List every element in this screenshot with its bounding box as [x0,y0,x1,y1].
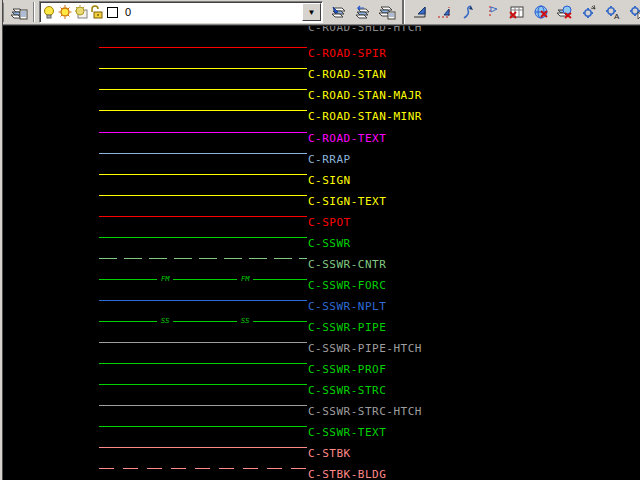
layer-name-label[interactable]: C-SSWR-NPLT [308,301,386,312]
sun-icon[interactable] [58,4,72,20]
linetype-text-marker: SS [157,317,173,326]
layer-line-sample[interactable] [99,132,307,133]
dotted-corner-tool-button[interactable] [432,1,456,23]
layer-name-label[interactable]: C-ROAD-SPIR [308,48,386,59]
layer-line-sample[interactable]: FMFM [99,279,307,280]
layer-line-sample[interactable] [99,468,307,469]
layer-name-label[interactable]: C-RRAP [308,154,351,165]
layer-legend-row[interactable]: C-SSWR-STRC [0,384,640,405]
delete-table-tool-button[interactable] [504,1,528,23]
layer-line-sample[interactable] [99,300,307,301]
layer-legend-row[interactable]: C-ROAD-STAN-MINR [0,110,640,131]
layer-name-label[interactable]: C-SSWR-FORC [308,280,386,291]
drawing-canvas[interactable]: C-ROAD-SHLD-HTCH C-ROAD-SPIR C-ROAD-STAN… [0,0,640,480]
layer-legend-row[interactable]: C-SSWR-NPLT [0,300,640,321]
layer-legend-row[interactable]: C-SSWR-STRC-HTCH [0,405,640,426]
unlock-icon[interactable] [90,4,104,20]
layer-name-label[interactable]: C-SSWR-TEXT [308,427,386,438]
layer-line-sample[interactable] [99,237,307,238]
gear-new-tool-button[interactable] [576,1,600,23]
delete-layer-globe-tool-button[interactable] [552,1,576,23]
layer-legend-row[interactable]: C-SPOT [0,216,640,237]
layer-legend-row[interactable]: C-RRAP [0,153,640,174]
layer-name-label[interactable]: C-SSWR-CNTR [308,259,386,270]
layer-legend-row[interactable]: SSSS C-SSWR-PIPE [0,321,640,342]
layer-legend-row[interactable]: C-SIGN-TEXT [0,195,640,216]
layer-name-label[interactable]: C-ROAD-STAN-MINR [308,111,422,122]
curve-tool-button[interactable] [456,1,480,23]
layer-name-label[interactable]: C-SSWR [308,238,351,249]
gear-sparks-icon [580,4,597,20]
layer-name-label[interactable]: C-SSWR-STRC-HTCH [308,406,422,417]
globe-delete-icon [532,4,549,20]
layer-legend-row[interactable]: C-ROAD-STAN-MAJR [0,89,640,110]
layer-line-sample[interactable] [99,258,307,259]
layer-line-sample[interactable] [99,174,307,175]
layer-name-label[interactable]: C-SSWR-STRC [308,385,386,396]
layer-line-sample[interactable] [99,447,307,448]
layer-line-sample[interactable] [99,68,307,69]
layer-line-sample[interactable] [99,363,307,364]
layer-legend-row[interactable]: C-SSWR [0,237,640,258]
lightbulb-icon[interactable] [42,4,56,20]
layer-line-sample[interactable] [99,342,307,343]
layer-legend-row[interactable]: C-SSWR-PROF [0,363,640,384]
curve-arrow-icon [460,4,477,20]
layer-line-sample[interactable]: SSSS [99,321,307,322]
layer-name-label[interactable]: C-ROAD-TEXT [308,133,386,144]
layer-line-sample[interactable] [99,153,307,154]
color-swatch-icon[interactable] [106,4,120,20]
layers-toolbar: 0 ▼ [0,0,640,25]
layer-name-label[interactable]: C-SIGN [308,175,351,186]
layer-legend-row[interactable]: C-ROAD-TEXT [0,132,640,153]
dashed-flag-tool-button[interactable] [480,1,504,23]
layers-globe-delete-icon [556,4,573,20]
svg-text:A: A [614,12,620,20]
layer-states-manager-button[interactable] [375,1,399,23]
corner-flag-icon [412,4,429,20]
layer-legend-row[interactable]: C-SSWR-TEXT [0,426,640,447]
layer-line-sample[interactable] [99,195,307,196]
gear-cursor-icon [628,4,640,20]
layer-name-label[interactable]: C-ROAD-STAN-MAJR [308,90,422,101]
corner-flag-tool-button[interactable] [408,1,432,23]
layer-line-sample[interactable] [99,89,307,90]
layer-legend-row[interactable]: C-STBK-BLDG [0,468,640,480]
layer-name-label[interactable]: C-STBK-BLDG [308,469,386,480]
linetype-text-marker: FM [237,275,253,284]
layer-name-label[interactable]: C-STBK [308,448,351,459]
layer-line-sample[interactable] [99,110,307,111]
dashed-flag-icon [484,4,501,20]
layer-legend-row[interactable]: C-SSWR-PIPE-HTCH [0,342,640,363]
layer-name-label[interactable]: C-SIGN-TEXT [308,196,386,207]
linetype-text-marker: FM [157,275,173,284]
make-object-layer-current-button[interactable] [327,1,351,23]
freeze-viewport-icon[interactable] [74,4,88,20]
gear-annotate-tool-button[interactable]: A [600,1,624,23]
layer-line-sample[interactable] [99,426,307,427]
layer-previous-button[interactable] [351,1,375,23]
layer-legend-row[interactable]: C-ROAD-SPIR [0,47,640,68]
layer-line-sample[interactable] [99,384,307,385]
layer-control-combo[interactable]: 0 ▼ [39,1,323,23]
layer-line-sample[interactable] [99,216,307,217]
delete-globe-tool-button[interactable] [528,1,552,23]
layer-properties-manager-button[interactable] [7,1,31,23]
toolbar-divider[interactable] [402,0,405,24]
layer-line-sample[interactable] [99,47,307,48]
layer-name-label[interactable]: C-SSWR-PIPE [308,322,386,333]
gear-select-tool-button[interactable] [624,1,640,23]
layer-legend-row[interactable]: FMFM C-SSWR-FORC [0,279,640,300]
layer-line-sample[interactable] [99,405,307,406]
layer-name-label[interactable]: C-SSWR-PROF [308,364,386,375]
layer-legend-row[interactable]: C-STBK [0,447,640,468]
layer-combo-dropdown-button[interactable]: ▼ [302,3,321,21]
layer-name-label[interactable]: C-SSWR-PIPE-HTCH [308,343,422,354]
layer-legend-row[interactable]: C-SSWR-CNTR [0,258,640,279]
layer-legend-row[interactable]: C-SIGN [0,174,640,195]
layer-name-label[interactable]: C-ROAD-STAN [308,69,386,80]
application-window: C-ROAD-SHLD-HTCH C-ROAD-SPIR C-ROAD-STAN… [0,0,640,480]
layers-current-icon [330,4,348,20]
layer-legend-row[interactable]: C-ROAD-STAN [0,68,640,89]
layer-name-label[interactable]: C-SPOT [308,217,351,228]
